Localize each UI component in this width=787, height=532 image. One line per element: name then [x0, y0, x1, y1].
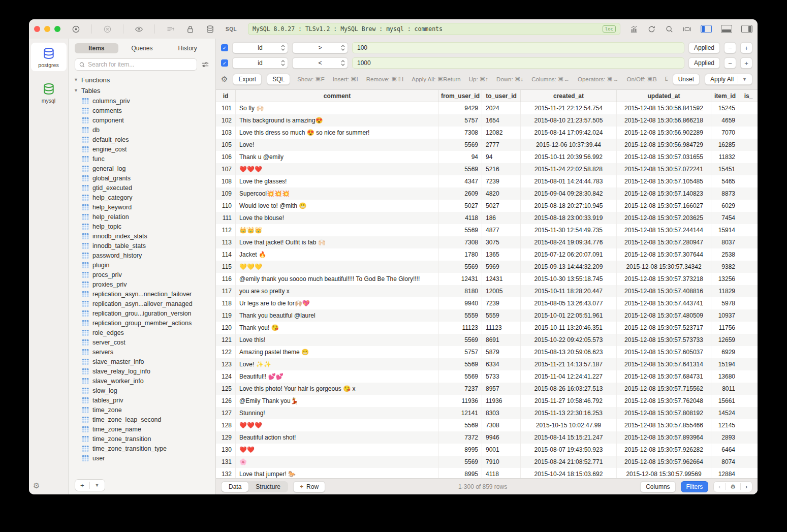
cell-comment[interactable]: Beautiful action shot! [235, 431, 438, 444]
connect-icon[interactable] [72, 25, 80, 34]
cell-created_at[interactable]: 2015-10-30 13:55:18.745 [520, 273, 616, 285]
cell-from_user_id[interactable]: 8995 [438, 444, 482, 456]
cell-updated_at[interactable]: 2015-12-08 15:30:57.684731 [616, 370, 711, 383]
table-list-item[interactable]: columns_priv [74, 96, 215, 106]
cell-is_[interactable] [739, 370, 758, 383]
cell-id[interactable]: 120 [216, 322, 235, 334]
apply-all-button[interactable]: Apply All ▼ [705, 74, 752, 85]
cell-comment[interactable]: Love that jumper! 🐎 [235, 468, 438, 478]
cell-is_[interactable] [739, 127, 758, 139]
cell-from_user_id[interactable]: 8995 [438, 468, 482, 478]
cell-comment[interactable]: Love this! [235, 334, 438, 346]
table-list-item[interactable]: default_roles [74, 135, 215, 144]
cell-is_[interactable] [739, 383, 758, 395]
cell-from_user_id[interactable]: 5569 [438, 358, 482, 370]
cell-id[interactable]: 129 [216, 431, 235, 444]
table-list-item[interactable]: func [74, 154, 215, 164]
cell-created_at[interactable]: 2015-08-10 21:23:57.505 [520, 114, 616, 127]
cell-comment[interactable]: Love the blouse! [235, 212, 438, 224]
cell-updated_at[interactable]: 2015-12-08 15:30:57.962664 [616, 456, 711, 468]
table-list-item[interactable]: help_keyword [74, 202, 215, 212]
cell-comment[interactable]: Love this photo! Your hair is gorgeous 😘… [235, 383, 438, 395]
column-header-comment[interactable]: comment [235, 90, 438, 102]
cell-from_user_id[interactable]: 5757 [438, 114, 482, 127]
cell-is_[interactable] [739, 236, 758, 248]
table-list-item[interactable]: component [74, 115, 215, 125]
cell-is_[interactable] [739, 187, 758, 200]
search-input[interactable]: Search for item... [75, 58, 197, 71]
cell-created_at[interactable]: 2015-10-11 18:28:20.447 [520, 285, 616, 297]
cell-to_user_id[interactable]: 11123 [482, 322, 520, 334]
cell-updated_at[interactable]: 2015-12-08 15:30:57.373218 [616, 273, 711, 285]
cell-from_user_id[interactable]: 7308 [438, 127, 482, 139]
cell-to_user_id[interactable]: 94 [482, 151, 520, 163]
cell-to_user_id[interactable]: 7239 [482, 297, 520, 309]
settings-gear-icon[interactable]: ⚙ [33, 481, 40, 490]
cell-id[interactable]: 106 [216, 151, 235, 163]
cell-from_user_id[interactable]: 5569 [438, 224, 482, 236]
cell-updated_at[interactable]: 2015-12-08 15:30:56.902289 [616, 127, 711, 139]
cell-comment[interactable]: So fly 🙌🏻 [235, 102, 438, 114]
cell-updated_at[interactable]: 2015-12-08 15:30:57.480509 [616, 309, 711, 322]
export-button[interactable]: Export [233, 74, 262, 85]
cell-comment[interactable]: Love that jacket! Outfit is fab 🙌🏻 [235, 236, 438, 248]
filter-value-input[interactable]: 100 [352, 42, 684, 53]
cell-id[interactable]: 125 [216, 383, 235, 395]
cell-created_at[interactable]: 2015-08-14 15:15:21.247 [520, 431, 616, 444]
cell-to_user_id[interactable]: 5027 [482, 200, 520, 212]
cell-comment[interactable]: you are so pretty x [235, 285, 438, 297]
table-row[interactable]: 121Love this!556986912015-10-22 09:42:05… [216, 334, 758, 346]
table-list-item[interactable]: procs_priv [74, 270, 215, 279]
cell-created_at[interactable]: 2015-10-11 13:20:46.351 [520, 322, 616, 334]
cell-created_at[interactable]: 2015-11-30 12:54:49.735 [520, 224, 616, 236]
cell-id[interactable]: 122 [216, 346, 235, 358]
cell-to_user_id[interactable]: 9946 [482, 431, 520, 444]
connection-mysql[interactable]: mysql [31, 78, 67, 107]
cell-item_id[interactable]: 15451 [711, 163, 739, 175]
cell-is_[interactable] [739, 151, 758, 163]
cell-comment[interactable]: Jacket 🔥 [235, 248, 438, 261]
tree-group-functions[interactable]: ▼ Functions [74, 75, 215, 85]
cell-item_id[interactable]: 12659 [711, 334, 739, 346]
column-header-item_id[interactable]: item_id [711, 90, 739, 102]
cell-item_id[interactable]: 16285 [711, 139, 739, 151]
cell-is_[interactable] [739, 248, 758, 261]
cell-is_[interactable] [739, 297, 758, 309]
cell-to_user_id[interactable]: 4118 [482, 468, 520, 478]
table-list-item[interactable]: plugin [74, 260, 215, 270]
cell-from_user_id[interactable]: 12431 [438, 273, 482, 285]
cell-updated_at[interactable]: 2015-12-08 15:30:57.105485 [616, 175, 711, 187]
cell-created_at[interactable]: 2015-11-21 14:13:57.187 [520, 358, 616, 370]
cell-to_user_id[interactable]: 11936 [482, 395, 520, 407]
cell-created_at[interactable]: 2015-09-13 14:44:32.209 [520, 261, 616, 273]
table-row[interactable]: 117you are so pretty x8180120052015-10-1… [216, 285, 758, 297]
filter-applied-button[interactable]: Applied [688, 42, 720, 53]
cell-created_at[interactable]: 2015-08-07 19:43:50.923 [520, 444, 616, 456]
cell-updated_at[interactable]: 2015-12-08 15:30:57.203625 [616, 212, 711, 224]
cell-comment[interactable]: 🌸 [235, 456, 438, 468]
table-list-item[interactable]: time_zone_transition_type [74, 444, 215, 453]
cell-updated_at[interactable]: 2015-12-08 15:30:57.280947 [616, 236, 711, 248]
search-icon[interactable] [665, 25, 674, 34]
remove-filter-button[interactable]: − [724, 42, 736, 53]
cell-from_user_id[interactable]: 5569 [438, 419, 482, 431]
table-row[interactable]: 120Thank you! 😘11123111232015-10-11 13:2… [216, 322, 758, 334]
cell-created_at[interactable]: 2015-08-26 16:03:27.513 [520, 383, 616, 395]
cell-from_user_id[interactable]: 5569 [438, 370, 482, 383]
table-list-item[interactable]: tables_priv [74, 395, 215, 405]
table-row[interactable]: 112👑👑👑556948772015-11-30 12:54:49.735201… [216, 224, 758, 236]
cell-updated_at[interactable]: 2015-12-08 15:30:57.808192 [616, 407, 711, 419]
cell-comment[interactable]: Love this dress so much 😍 so nice for su… [235, 127, 438, 139]
cell-item_id[interactable]: 14524 [711, 407, 739, 419]
cell-updated_at[interactable]: 2015-12-08 15:30:57.166027 [616, 200, 711, 212]
cell-created_at[interactable]: 2015-08-24 19:09:34.776 [520, 236, 616, 248]
table-row[interactable]: 132Love that jumper! 🐎899541182015-10-24… [216, 468, 758, 478]
cell-to_user_id[interactable]: 1365 [482, 248, 520, 261]
cell-to_user_id[interactable]: 7910 [482, 456, 520, 468]
cell-id[interactable]: 126 [216, 395, 235, 407]
cell-from_user_id[interactable]: 94 [438, 151, 482, 163]
cell-from_user_id[interactable]: 7237 [438, 383, 482, 395]
cell-comment[interactable]: Beautiful!! 💕💕 [235, 370, 438, 383]
table-row[interactable]: 130❤️❤️899590012015-08-07 19:43:50.92320… [216, 444, 758, 456]
cell-id[interactable]: 103 [216, 127, 235, 139]
